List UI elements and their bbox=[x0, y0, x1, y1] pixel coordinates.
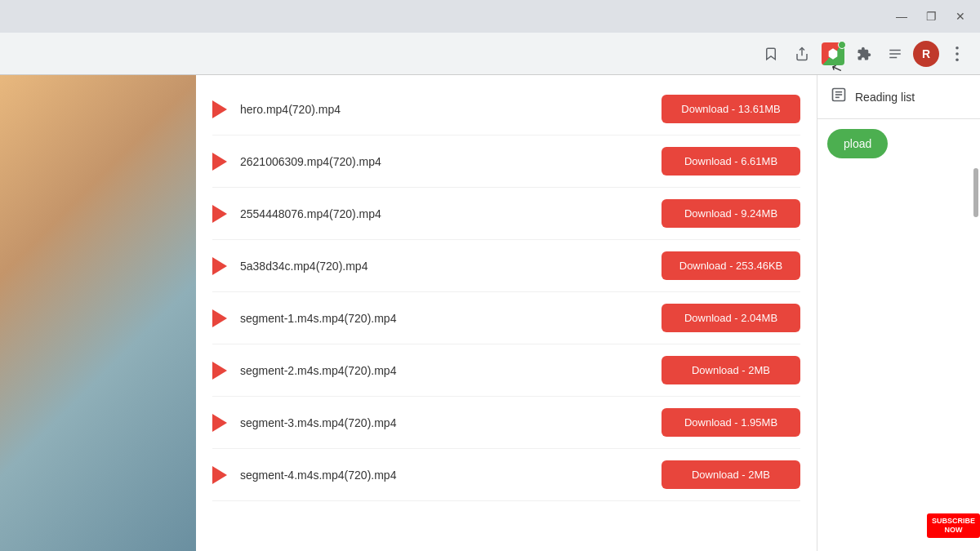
download-button[interactable]: Download - 2.04MB bbox=[662, 304, 800, 332]
scrollbar-thumb[interactable] bbox=[973, 168, 978, 217]
download-button[interactable]: Download - 2MB bbox=[662, 356, 800, 384]
toolbar-icons: ↖ R bbox=[758, 41, 970, 67]
download-item: 2554448076.mp4(720).mp4Download - 9.24MB bbox=[212, 188, 800, 240]
subscribe-badge: SUBSCRIBE NOW bbox=[927, 513, 980, 538]
upload-button[interactable]: pload bbox=[827, 129, 888, 158]
reading-list-icon bbox=[831, 87, 847, 107]
download-panel: hero.mp4(720).mp4Download - 13.61MB26210… bbox=[196, 75, 817, 551]
download-item: segment-3.m4s.mp4(720).mp4Download - 1.9… bbox=[212, 397, 800, 449]
download-button[interactable]: Download - 1.95MB bbox=[662, 408, 800, 437]
file-name: 2554448076.mp4(720).mp4 bbox=[240, 207, 648, 220]
user-avatar-button[interactable]: R bbox=[913, 41, 939, 67]
background-image bbox=[0, 75, 196, 551]
file-name: segment-2.m4s.mp4(720).mp4 bbox=[240, 364, 648, 377]
play-icon[interactable] bbox=[212, 414, 227, 432]
file-name: hero.mp4(720).mp4 bbox=[240, 103, 648, 116]
reading-list-button[interactable] bbox=[882, 41, 908, 67]
download-item: segment-2.m4s.mp4(720).mp4Download - 2MB bbox=[212, 344, 800, 397]
file-name: segment-4.m4s.mp4(720).mp4 bbox=[240, 469, 648, 482]
download-item: hero.mp4(720).mp4Download - 13.61MB bbox=[212, 83, 800, 136]
download-item: segment-4.m4s.mp4(720).mp4Download - 2MB bbox=[212, 449, 800, 501]
content-area: hero.mp4(720).mp4Download - 13.61MB26210… bbox=[0, 75, 980, 551]
svg-point-4 bbox=[956, 47, 959, 50]
file-name: 2621006309.mp4(720).mp4 bbox=[240, 155, 648, 168]
menu-button[interactable] bbox=[944, 41, 970, 67]
download-button[interactable]: Download - 6.61MB bbox=[662, 147, 800, 176]
play-icon[interactable] bbox=[212, 153, 227, 171]
file-name: segment-1.m4s.mp4(720).mp4 bbox=[240, 312, 648, 325]
play-icon[interactable] bbox=[212, 309, 227, 327]
play-icon[interactable] bbox=[212, 466, 227, 484]
upload-area: pload bbox=[817, 119, 980, 168]
maximize-button[interactable]: ❐ bbox=[921, 7, 941, 26]
reading-list-title: Reading list bbox=[855, 91, 915, 104]
right-sidebar: Reading list pload bbox=[817, 75, 980, 551]
download-button[interactable]: Download - 13.61MB bbox=[662, 95, 800, 123]
play-icon[interactable] bbox=[212, 362, 227, 380]
download-item: 5a38d34c.mp4(720).mp4Download - 253.46KB bbox=[212, 240, 800, 292]
title-bar: — ❐ ✕ bbox=[0, 0, 980, 33]
download-button[interactable]: Download - 253.46KB bbox=[662, 251, 800, 280]
window-controls: — ❐ ✕ bbox=[892, 7, 970, 26]
file-name: segment-3.m4s.mp4(720).mp4 bbox=[240, 416, 648, 429]
play-icon[interactable] bbox=[212, 257, 227, 275]
reading-list-header: Reading list bbox=[817, 75, 980, 119]
play-icon[interactable] bbox=[212, 205, 227, 223]
extensions-button[interactable] bbox=[851, 41, 877, 67]
close-button[interactable]: ✕ bbox=[951, 7, 970, 26]
svg-point-6 bbox=[956, 58, 959, 61]
file-name: 5a38d34c.mp4(720).mp4 bbox=[240, 260, 648, 273]
download-item: segment-1.m4s.mp4(720).mp4Download - 2.0… bbox=[212, 292, 800, 344]
browser-frame: — ❐ ✕ bbox=[0, 0, 980, 551]
extension-icon bbox=[822, 42, 844, 65]
download-button[interactable]: Download - 2MB bbox=[662, 460, 800, 489]
download-button[interactable]: Download - 9.24MB bbox=[662, 199, 800, 228]
toolbar: ↖ R bbox=[0, 33, 980, 75]
extension-active-button[interactable]: ↖ bbox=[820, 41, 846, 67]
download-item: 2621006309.mp4(720).mp4Download - 6.61MB bbox=[212, 136, 800, 188]
play-icon[interactable] bbox=[212, 100, 227, 118]
svg-point-5 bbox=[956, 52, 959, 56]
bookmark-button[interactable] bbox=[758, 41, 784, 67]
minimize-button[interactable]: — bbox=[892, 7, 911, 26]
share-button[interactable] bbox=[789, 41, 815, 67]
